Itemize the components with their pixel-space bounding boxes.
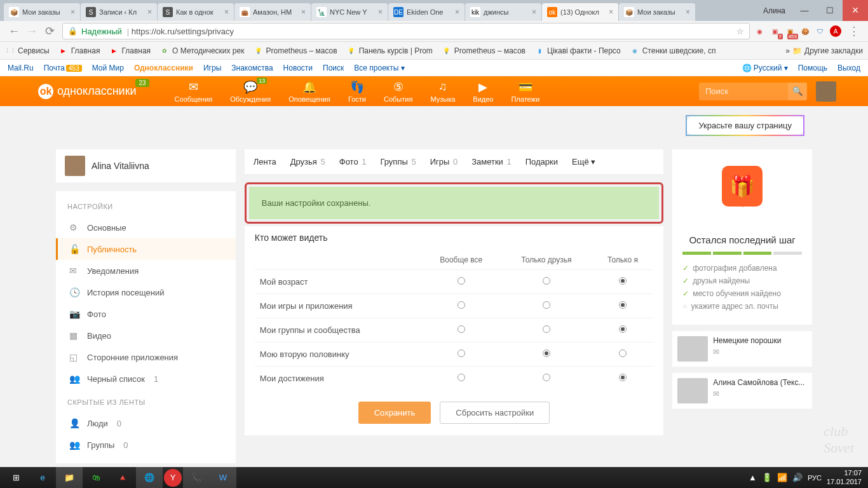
nav-reload[interactable]: ⟳ — [41, 22, 58, 40]
radio-option[interactable] — [543, 374, 550, 381]
sidebar-item[interactable]: 👤Люди0 — [56, 412, 236, 434]
save-button[interactable]: Сохранить — [358, 402, 431, 424]
ext-icon[interactable]: ▣ — [784, 25, 796, 37]
header-avatar[interactable] — [816, 81, 836, 102]
header-nav-item[interactable]: ⑤События — [384, 80, 412, 103]
header-nav-item[interactable]: 💬Обсуждения13 — [230, 80, 271, 103]
sidebar-item[interactable]: 📷Фото — [56, 303, 236, 325]
browser-tab[interactable]: 🗽NYC New Y× — [311, 3, 388, 21]
bookmark-item[interactable]: 💡Prometheus – масов — [442, 46, 526, 56]
browser-tab[interactable]: ok(13) Однокл× — [542, 3, 618, 21]
mailru-link[interactable]: Одноклассники — [134, 64, 193, 72]
decorate-page-pill[interactable]: Украсьте вашу страницу — [686, 115, 804, 136]
close-icon[interactable]: × — [301, 8, 306, 17]
mailru-link[interactable]: Mail.Ru — [8, 64, 34, 72]
mailru-link[interactable]: Почта453 — [44, 64, 82, 72]
ext-icon[interactable]: 🛡 — [815, 25, 826, 37]
mailru-link[interactable]: Поиск — [323, 64, 344, 72]
close-icon[interactable]: × — [71, 8, 75, 17]
radio-option[interactable] — [619, 374, 627, 381]
logout-link[interactable]: Выход — [837, 64, 860, 72]
taskbar-app[interactable]: 🌐 — [136, 467, 163, 488]
sidebar-item[interactable]: 🔓Публичность — [56, 238, 236, 260]
taskbar-clock[interactable]: 17:07 17.01.2017 — [827, 469, 862, 485]
browser-tab[interactable]: 📦Мои заказы× — [619, 3, 695, 21]
browser-tab[interactable]: SКак в однок× — [158, 3, 234, 21]
ext-icon[interactable]: ▣ — [769, 25, 780, 37]
wifi-icon[interactable]: 📶 — [777, 473, 787, 482]
mailru-link[interactable]: Знакомства — [231, 64, 273, 72]
taskbar-app[interactable]: e — [29, 467, 56, 488]
radio-option[interactable] — [543, 325, 550, 333]
radio-option[interactable] — [458, 325, 465, 333]
window-minimize[interactable]: — — [792, 0, 817, 21]
radio-option[interactable] — [619, 349, 627, 357]
radio-option[interactable] — [458, 301, 465, 309]
ad-card[interactable]: Немецкие порошки✉ — [672, 331, 812, 367]
radio-option[interactable] — [458, 374, 465, 381]
url-input[interactable]: 🔒 Надежный | https://ok.ru/settings/priv… — [62, 23, 750, 39]
profile-tab[interactable]: Игры 0 — [430, 149, 458, 174]
search-button[interactable]: 🔍 — [788, 83, 807, 100]
sidebar-item[interactable]: ◱Сторонние приложения — [56, 346, 236, 368]
close-icon[interactable]: × — [609, 8, 613, 17]
close-icon[interactable]: × — [378, 8, 383, 17]
start-button[interactable]: ⊞ — [3, 467, 29, 488]
radio-option[interactable] — [458, 277, 465, 285]
browser-tab[interactable]: SЗаписи ‹ Кл× — [81, 3, 157, 21]
taskbar-app[interactable]: Y — [164, 469, 182, 487]
radio-option[interactable] — [619, 277, 627, 285]
ext-icon[interactable]: ◉ — [754, 25, 765, 37]
sidebar-item[interactable]: 🕓История посещений — [56, 281, 236, 303]
browser-tab[interactable]: 📦Мои заказы× — [4, 3, 80, 21]
mail-icon[interactable]: ✉ — [713, 390, 804, 398]
profile-tab[interactable]: Фото 1 — [339, 149, 367, 174]
checklist-item[interactable]: ○укажите адрес эл. почты — [682, 302, 802, 311]
mailru-link[interactable]: Все проекты ▾ — [354, 64, 404, 72]
radio-option[interactable] — [619, 325, 627, 333]
close-icon[interactable]: × — [147, 8, 152, 17]
close-icon[interactable]: × — [224, 8, 229, 17]
radio-option[interactable] — [619, 301, 627, 309]
chrome-menu[interactable]: ⋮ — [845, 22, 863, 40]
browser-tab[interactable]: 👜Амазон, HM× — [234, 3, 311, 21]
bookmark-item[interactable]: 💡Панель курсів | Prom — [346, 46, 433, 56]
sidebar-item[interactable]: ✉Уведомления — [56, 260, 236, 281]
browser-tab[interactable]: kikджинсы× — [465, 3, 541, 21]
header-nav-item[interactable]: ▶Видео — [473, 80, 493, 103]
mailru-link[interactable]: Игры — [203, 64, 221, 72]
battery-icon[interactable]: 🔋 — [762, 473, 772, 482]
window-maximize[interactable]: ☐ — [817, 0, 843, 21]
taskbar-app[interactable]: 🔺 — [109, 467, 136, 488]
bookmark-item[interactable]: ◉Стенки шведские, сп — [630, 46, 716, 56]
ad-card[interactable]: Алина Самойлова (Текс...✉ — [672, 373, 812, 409]
ok-logo[interactable]: ok одноклассники 23 — [38, 84, 137, 99]
close-icon[interactable]: × — [686, 8, 690, 17]
tray-icon[interactable]: ▲ — [749, 473, 757, 482]
other-bookmarks[interactable]: » 📁 Другие закладки — [785, 46, 863, 55]
taskbar-app[interactable]: 📞 — [183, 467, 210, 488]
bookmark-item[interactable]: ▶Главная — [109, 46, 151, 56]
header-nav-item[interactable]: 👣Гости — [348, 80, 366, 103]
window-close[interactable]: × — [843, 0, 868, 21]
bookmark-item[interactable]: ▮Цікаві факти - Персо — [534, 46, 621, 56]
profile-tab[interactable]: Заметки 1 — [471, 149, 512, 174]
ext-icon[interactable]: 🍪 — [799, 25, 811, 37]
chrome-profile[interactable]: Алина — [757, 0, 792, 21]
star-icon[interactable]: ☆ — [736, 27, 744, 36]
radio-option[interactable] — [543, 349, 550, 357]
sidebar-item[interactable]: ▦Видео — [56, 325, 236, 346]
close-icon[interactable]: × — [532, 8, 536, 17]
mailru-link[interactable]: Новости — [283, 64, 313, 72]
bookmark-item[interactable]: ▶Главная — [58, 46, 100, 56]
user-card[interactable]: Alina Vitaliivna — [56, 149, 236, 182]
sidebar-item[interactable]: 👥Группы0 — [56, 434, 236, 456]
taskbar-app[interactable]: 📁 — [56, 467, 83, 488]
profile-tab[interactable]: Подарки — [526, 149, 558, 174]
mail-icon[interactable]: ✉ — [713, 348, 781, 356]
search-input[interactable] — [699, 83, 788, 100]
taskbar-app[interactable]: 🛍 — [83, 467, 109, 488]
sidebar-item[interactable]: ⚙Основные — [56, 217, 236, 238]
mailru-link[interactable]: Мой Мир — [92, 64, 124, 72]
lang-indicator[interactable]: РУС — [808, 474, 822, 482]
